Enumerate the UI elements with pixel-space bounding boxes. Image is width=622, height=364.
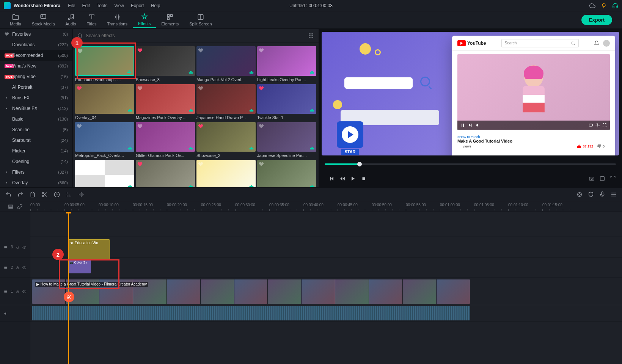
download-icon[interactable] — [127, 68, 132, 74]
lock-icon[interactable] — [16, 290, 19, 293]
download-icon[interactable] — [188, 69, 193, 74]
effect-item[interactable] — [136, 160, 195, 187]
sidebar-item-downloads[interactable]: Downloads(222) — [0, 39, 72, 50]
audio-wave-icon[interactable] — [78, 191, 84, 198]
sidebar-item-boris-fx[interactable]: Boris FX(91) — [0, 93, 72, 103]
download-icon[interactable] — [127, 107, 133, 112]
eye-icon[interactable] — [22, 265, 26, 270]
link-icon[interactable] — [17, 204, 22, 209]
headset-icon[interactable] — [612, 3, 618, 9]
download-icon[interactable] — [127, 145, 133, 150]
tab-elements[interactable]: Elements — [156, 12, 184, 28]
sidebar-item-spring-vibe[interactable]: HOTSpring Vibe(16) — [0, 71, 72, 82]
menu-view[interactable]: View — [114, 3, 124, 8]
search-input[interactable] — [86, 33, 305, 38]
download-icon[interactable] — [309, 69, 315, 74]
heart-icon[interactable] — [77, 86, 82, 91]
heart-icon[interactable] — [137, 162, 143, 167]
color-clip[interactable]: 📷 Color Sli — [68, 260, 91, 273]
lock-icon[interactable] — [16, 245, 19, 249]
sidebar-item-flicker[interactable]: Flicker(14) — [0, 146, 72, 156]
lightbulb-icon[interactable] — [601, 3, 607, 9]
heart-icon[interactable] — [137, 86, 143, 91]
effect-item[interactable] — [257, 160, 316, 187]
redo-icon[interactable] — [17, 191, 24, 198]
effect-item[interactable]: Japanese Speedline Pac... — [257, 122, 316, 158]
effect-item[interactable]: Showcase_2 — [196, 122, 256, 158]
effect-clip[interactable]: ★ Education Wo — [68, 239, 110, 260]
sidebar-item-ai-portrait[interactable]: AI Portrait(37) — [0, 82, 72, 93]
download-icon[interactable] — [188, 107, 193, 112]
tab-audio[interactable]: Audio — [60, 12, 82, 28]
mic-icon[interactable] — [599, 191, 605, 198]
stop-icon[interactable] — [361, 176, 366, 181]
quality-icon[interactable] — [599, 176, 605, 182]
heart-icon[interactable] — [198, 162, 203, 167]
speed-icon[interactable] — [66, 191, 72, 198]
sidebar-item-opening[interactable]: Opening(14) — [0, 156, 72, 167]
cut-icon[interactable] — [42, 191, 48, 198]
heart-icon[interactable] — [137, 48, 143, 53]
tab-transitions[interactable]: Transitions — [102, 12, 133, 28]
eye-icon[interactable] — [22, 289, 26, 294]
effect-item[interactable]: Overlay_04 — [75, 84, 134, 120]
effect-item[interactable]: Magazines Pack Overlay ... — [136, 84, 195, 120]
playhead[interactable] — [68, 212, 69, 364]
effect-item[interactable]: Showcase_3 — [136, 46, 195, 82]
download-icon[interactable] — [188, 183, 193, 187]
export-button[interactable]: Export — [581, 15, 612, 25]
expand-icon[interactable] — [610, 176, 616, 182]
delete-icon[interactable] — [30, 191, 36, 198]
heart-icon[interactable] — [198, 124, 203, 129]
cloud-icon[interactable] — [589, 3, 595, 9]
mixer-icon[interactable] — [611, 191, 617, 198]
lock-icon[interactable] — [16, 266, 19, 270]
heart-icon[interactable] — [77, 124, 82, 129]
download-icon[interactable] — [249, 107, 254, 112]
download-icon[interactable] — [309, 145, 315, 150]
eye-icon[interactable] — [22, 245, 26, 249]
sidebar-item-overlay[interactable]: Overlay(360) — [0, 177, 72, 187]
tracks-content[interactable]: ★ Education Wo 📷 Color Sli ▶ How to Make… — [30, 212, 622, 364]
effect-item[interactable]: Light Leaks Overlay Pac... — [257, 46, 316, 82]
play-icon[interactable] — [350, 176, 356, 181]
download-icon[interactable] — [309, 107, 315, 112]
effect-item[interactable]: Manga Pack Vol 2 Overl... — [196, 46, 256, 82]
heart-icon[interactable] — [198, 86, 203, 91]
prev-frame-icon[interactable] — [329, 176, 335, 181]
download-icon[interactable] — [249, 145, 254, 150]
grid-view-icon[interactable] — [308, 33, 314, 39]
effect-item[interactable]: Education Workshop - ... — [75, 46, 134, 82]
heart-icon[interactable] — [198, 48, 203, 53]
sidebar-item-starburst[interactable]: Starburst(24) — [0, 135, 72, 146]
render-icon[interactable] — [576, 191, 583, 198]
menu-file[interactable]: File — [68, 3, 75, 8]
effect-item[interactable] — [196, 160, 256, 187]
track-manage-icon[interactable] — [8, 204, 13, 209]
download-icon[interactable] — [309, 183, 315, 187]
marker-icon[interactable] — [54, 191, 60, 198]
effect-item[interactable] — [75, 160, 134, 187]
sidebar-item-what-s-new[interactable]: NewWhat's New(892) — [0, 61, 72, 71]
sidebar-item-filters[interactable]: Filters(327) — [0, 167, 72, 177]
sidebar-item-basic[interactable]: Basic(130) — [0, 114, 72, 124]
sidebar-item-newblue-fx[interactable]: NewBlue FX(112) — [0, 103, 72, 114]
tab-titles[interactable]: Titles — [82, 12, 102, 28]
menu-help[interactable]: Help — [151, 3, 160, 8]
heart-icon[interactable] — [77, 49, 83, 54]
effect-item[interactable]: Twinkle Star 1 — [257, 84, 316, 120]
heart-icon[interactable] — [259, 124, 264, 129]
tab-stock-media[interactable]: Stock Media — [27, 12, 60, 28]
sidebar-item-recommended[interactable]: HOTRecommended(500) — [0, 50, 72, 61]
menu-tools[interactable]: Tools — [97, 3, 107, 8]
effect-item[interactable]: Glitter Glamour Pack Ov... — [136, 122, 195, 158]
tab-split-screen[interactable]: Split Screen — [184, 12, 217, 28]
heart-icon[interactable] — [77, 162, 82, 167]
effect-item[interactable]: Metropolis_Pack_Overla... — [75, 122, 134, 158]
snapshot-icon[interactable] — [589, 176, 595, 182]
heart-icon[interactable] — [259, 48, 264, 53]
download-icon[interactable] — [127, 183, 133, 187]
undo-icon[interactable] — [5, 191, 11, 198]
effect-item[interactable]: Japanese Hand Drawn P... — [196, 84, 256, 120]
menu-export[interactable]: Export — [131, 3, 144, 8]
